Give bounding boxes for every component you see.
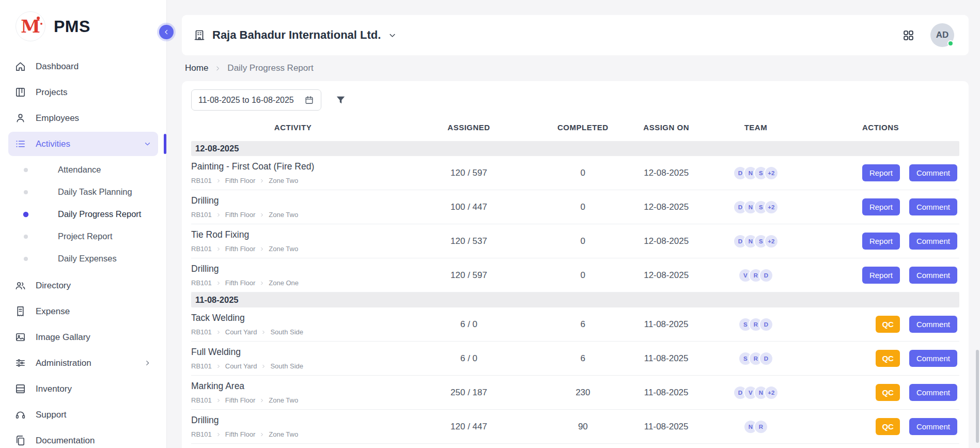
- report-button[interactable]: Report: [862, 233, 900, 250]
- path-segment: RB101: [191, 245, 212, 253]
- comment-button[interactable]: Comment: [909, 267, 957, 284]
- sidebar-collapse-button[interactable]: [159, 25, 174, 39]
- qc-button[interactable]: QC: [876, 418, 900, 435]
- team-member-avatar: D: [759, 268, 773, 283]
- sidebar-item-activities[interactable]: Activities: [8, 132, 158, 156]
- activity-title: Painting - First Coat (Fire Red): [191, 161, 390, 172]
- completed-value: 0: [543, 202, 623, 212]
- logo-dot: [40, 23, 42, 25]
- company-selector[interactable]: Raja Bahadur International Ltd.: [193, 28, 397, 42]
- path-segment: Fifth Floor: [225, 430, 256, 438]
- user-avatar[interactable]: AD: [930, 23, 954, 47]
- sidebar-subitem-label: Attendance: [58, 165, 101, 175]
- sidebar-item-administration[interactable]: Administration: [8, 351, 158, 375]
- comment-button[interactable]: Comment: [909, 384, 957, 401]
- assign-on-date: 12-08-2025: [623, 270, 710, 281]
- sidebar-subitem-daily-progress-report[interactable]: Daily Progress Report: [8, 203, 158, 225]
- completed-value: 230: [543, 388, 623, 398]
- assign-on-date: 11-08-2025: [623, 422, 710, 432]
- sidebar-item-image-gallary[interactable]: Image Gallary: [8, 325, 158, 349]
- path-segment: Fifth Floor: [225, 177, 256, 184]
- projects-icon: [14, 86, 26, 98]
- sidebar-item-inventory[interactable]: Inventory: [8, 377, 158, 401]
- path-chevron-icon: [216, 281, 221, 286]
- activity-location-path: RB101Fifth FloorZone Two: [191, 177, 390, 184]
- assigned-value: 120 / 597: [395, 270, 543, 281]
- comment-button[interactable]: Comment: [909, 350, 957, 367]
- report-button[interactable]: Report: [862, 164, 900, 181]
- comment-button[interactable]: Comment: [909, 418, 957, 435]
- progress-table: ACTIVITY ASSIGNED COMPLETED ASSIGN ON TE…: [191, 117, 959, 444]
- avatar-initials: AD: [936, 30, 949, 40]
- apps-grid-icon: [902, 29, 915, 42]
- top-header: Raja Bahadur International Ltd. AD: [182, 15, 969, 55]
- sidebar-subitem-project-report[interactable]: Project Report: [8, 225, 158, 248]
- report-button[interactable]: Report: [862, 198, 900, 215]
- team-avatars: NR: [710, 420, 802, 434]
- administration-icon: [14, 357, 26, 369]
- activity-location-path: RB101Court YardSouth Side: [191, 362, 390, 370]
- sidebar-item-label: Projects: [36, 87, 67, 98]
- path-segment: Fifth Floor: [225, 396, 256, 404]
- assign-on-date: 11-08-2025: [623, 353, 710, 364]
- bullet-icon: [23, 211, 28, 217]
- sidebar-item-projects[interactable]: Projects: [8, 80, 158, 104]
- activity-location-path: RB101Fifth FloorZone Two: [191, 430, 390, 438]
- date-range-input[interactable]: 11-08-2025 to 16-08-2025: [191, 89, 321, 111]
- chevron-left-icon: [162, 28, 170, 36]
- chevron-right-icon: [143, 359, 152, 367]
- report-button[interactable]: Report: [862, 267, 900, 284]
- breadcrumb-current: Daily Progress Report: [227, 63, 313, 73]
- expense-icon: [14, 305, 26, 317]
- path-chevron-icon: [216, 212, 221, 218]
- sidebar-item-expense[interactable]: Expense: [8, 299, 158, 323]
- path-segment: Fifth Floor: [225, 211, 256, 219]
- breadcrumb: Home Daily Progress Report: [182, 55, 969, 81]
- path-chevron-icon: [216, 330, 221, 335]
- sidebar-item-label: Dashboard: [36, 61, 79, 72]
- sidebar-subitem-label: Daily Expenses: [58, 254, 117, 264]
- qc-button[interactable]: QC: [876, 350, 900, 367]
- qc-button[interactable]: QC: [876, 316, 900, 333]
- path-segment: RB101: [191, 396, 212, 404]
- path-segment: Zone One: [269, 279, 299, 287]
- sidebar-item-dashboard[interactable]: Dashboard: [8, 54, 158, 79]
- bullet-icon: [24, 190, 28, 194]
- scrollbar[interactable]: [976, 350, 979, 443]
- comment-button[interactable]: Comment: [909, 164, 957, 181]
- path-chevron-icon: [216, 432, 221, 437]
- activity-title: Drilling: [191, 415, 390, 426]
- sidebar-subitem-daily-expenses[interactable]: Daily Expenses: [8, 248, 158, 270]
- row-actions: ReportComment: [802, 164, 959, 181]
- sidebar-subitem-daily-task-planning[interactable]: Daily Task Planning: [8, 181, 158, 203]
- team-avatars: SRD: [710, 317, 802, 332]
- sidebar-item-support[interactable]: Support: [8, 403, 158, 427]
- sidebar-subitem-attendance[interactable]: Attendance: [8, 159, 158, 181]
- comment-button[interactable]: Comment: [909, 198, 957, 215]
- team-member-avatar: D: [759, 317, 773, 332]
- path-chevron-icon: [259, 432, 265, 437]
- sidebar-item-directory[interactable]: Directory: [8, 273, 158, 298]
- filter-button[interactable]: [335, 94, 347, 106]
- table-body: 12-08-2025Painting - First Coat (Fire Re…: [191, 141, 959, 444]
- completed-value: 90: [543, 422, 623, 432]
- team-avatars: DNS+2: [710, 200, 802, 214]
- filters-bar: 11-08-2025 to 16-08-2025: [191, 89, 959, 111]
- qc-button[interactable]: QC: [876, 384, 900, 401]
- assign-on-date: 12-08-2025: [623, 236, 710, 246]
- breadcrumb-home[interactable]: Home: [185, 63, 208, 73]
- apps-grid-button[interactable]: [902, 29, 915, 42]
- sidebar-item-employees[interactable]: Employees: [8, 106, 158, 130]
- sidebar-item-documentation[interactable]: Documentation: [8, 428, 158, 448]
- completed-value: 0: [543, 236, 623, 246]
- sidebar-item-label: Administration: [36, 358, 91, 368]
- comment-button[interactable]: Comment: [909, 233, 957, 250]
- row-actions: QCComment: [802, 316, 959, 333]
- completed-value: 0: [543, 168, 623, 178]
- sidebar-item-label: Inventory: [36, 384, 72, 394]
- path-chevron-icon: [216, 364, 221, 369]
- assigned-value: 6 / 0: [395, 319, 543, 330]
- app-logo: M PMS: [0, 0, 166, 51]
- path-segment: Zone Two: [269, 430, 298, 438]
- comment-button[interactable]: Comment: [909, 316, 957, 333]
